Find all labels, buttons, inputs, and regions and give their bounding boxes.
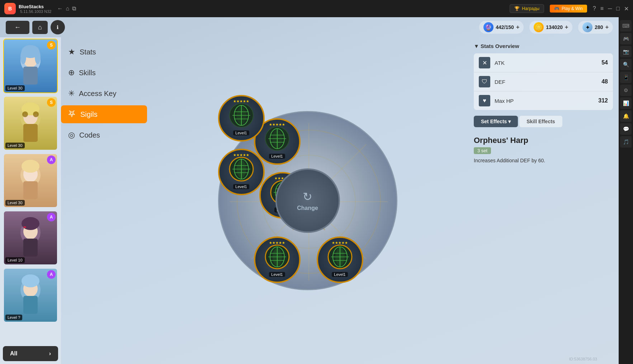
resource-gold: 🪙 134020 + [529, 21, 572, 34]
set-effects-label: Set Effects ▾ [481, 119, 511, 124]
svg-point-5 [35, 50, 41, 64]
sigil-level-2: Level1 [233, 184, 249, 189]
nav-item-access-key[interactable]: ✳ Access Key [61, 85, 147, 102]
wheel-container: ★★★★★ Level1 ★★★★★ [207, 100, 408, 301]
atk-value: 54 [601, 59, 608, 66]
tab-set-effects[interactable]: Set Effects ▾ [474, 116, 518, 127]
menu-icon[interactable]: ≡ [600, 5, 604, 12]
sidebar-tool-8[interactable]: 🔔 [620, 110, 632, 122]
app-version: 5.11.56.1003 N32 [20, 9, 51, 14]
nav-back-icon[interactable]: ← [57, 5, 63, 12]
game-info-button[interactable]: ℹ [51, 20, 65, 34]
stats-header-text: ▼ Stats Overview [474, 43, 519, 49]
stats-row-hp: ♥ Max HP 312 [474, 91, 613, 110]
star-plus[interactable]: + [605, 24, 609, 30]
hp-icon: ♥ [479, 95, 490, 106]
hp-value: 312 [598, 97, 608, 104]
char-card-0[interactable]: Level 30 S [3, 39, 58, 93]
sidebar-tool-9[interactable]: 💬 [620, 123, 632, 135]
sigil-stars-5: ★★★★★ [332, 241, 348, 245]
rewards-button[interactable]: 🏆 Награды [510, 4, 544, 13]
svg-rect-8 [23, 124, 38, 142]
nav-label-sigils: Sigils [80, 110, 98, 119]
sigil-stars-2: ★★★★★ [233, 153, 249, 157]
sigil-slot-4[interactable]: ★★★★★ Level1 [254, 236, 301, 283]
sigil-img-2 [227, 155, 256, 183]
window-nav: ← ⌂ ⧉ [57, 5, 76, 12]
stats-icon: ★ [68, 47, 75, 57]
right-panel: ▼ Stats Overview ✕ ATK 54 🛡 DEF 48 ♥ Max… [468, 37, 619, 364]
all-button[interactable]: All › [3, 346, 58, 361]
sigil-slot-5[interactable]: ★★★★★ Level1 [317, 236, 363, 283]
sidebar-tool-4[interactable]: 🔍 [620, 59, 632, 70]
minimize-icon[interactable]: ─ [608, 5, 612, 12]
nav-label-stats: Stats [80, 48, 96, 56]
nav-camera-icon[interactable]: ⧉ [72, 5, 76, 12]
sidebar-tool-1[interactable]: ⌨ [620, 20, 632, 32]
sigil-slot-1[interactable]: ★★★★★ Level1 [218, 95, 265, 142]
nav-label-skills: Skills [79, 69, 96, 77]
title-bar-right: 🏆 Награды 🎮 Play & Win ? ≡ ─ □ ✕ [510, 4, 629, 13]
char-rank-2: A [47, 155, 56, 164]
change-button[interactable]: ↻ Change [275, 168, 340, 233]
nav-item-codes[interactable]: ◎ Codes [61, 126, 147, 144]
char-card-4[interactable]: Level ? A [3, 268, 58, 322]
tab-skill-effects[interactable]: Skill Effects [519, 116, 562, 127]
game-home-button[interactable]: ⌂ [32, 21, 48, 34]
resource-stamina: 🔮 442/150 + [479, 21, 524, 34]
svg-rect-14 [23, 181, 38, 199]
def-icon: 🛡 [479, 76, 490, 87]
star-icon: ✦ [582, 22, 592, 32]
char-level-2: Level 30 [5, 200, 25, 206]
atk-icon: ✕ [479, 57, 490, 68]
sidebar-tool-6[interactable]: ⚙ [620, 85, 632, 96]
sigil-stars-4: ★★★★★ [269, 241, 285, 245]
stats-overview-header: ▼ Stats Overview [474, 43, 613, 49]
stamina-icon: 🔮 [483, 22, 493, 32]
help-icon[interactable]: ? [593, 5, 596, 12]
gold-icon: 🪙 [534, 22, 544, 32]
change-icon: ↻ [303, 190, 312, 203]
change-label: Change [297, 205, 318, 211]
nav-item-skills[interactable]: ⊕ Skills [61, 64, 147, 82]
char-card-3[interactable]: Level 10 A [3, 211, 58, 265]
sidebar-tool-7[interactable]: 📊 [620, 97, 632, 109]
sigil-level-5: Level1 [332, 272, 348, 277]
sidebar-tool-10[interactable]: 🎵 [620, 136, 632, 148]
all-label: All [10, 350, 17, 357]
char-card-2[interactable]: Level 30 A [3, 153, 58, 208]
skills-icon: ⊕ [68, 68, 75, 77]
sigils-icon: ⛧ [68, 110, 76, 119]
sigil-stars-1: ★★★★★ [233, 99, 249, 103]
svg-point-10 [22, 111, 28, 117]
all-arrow: › [49, 350, 51, 357]
sigil-slot-2[interactable]: ★★★★★ Level1 [218, 149, 265, 195]
close-icon[interactable]: ✕ [624, 5, 629, 12]
nav-item-stats[interactable]: ★ Stats [61, 43, 147, 61]
maximize-icon[interactable]: □ [616, 5, 620, 12]
char-rank-0: S [47, 41, 56, 49]
sidebar-tool-3[interactable]: 📷 [620, 46, 632, 57]
sidebar-tool-5[interactable]: 📱 [620, 72, 632, 83]
resource-bar: 🔮 442/150 + 🪙 134020 + ✦ 280 + [479, 21, 613, 34]
rewards-label: Награды [522, 6, 539, 11]
atk-label: ATK [495, 60, 601, 66]
sigil-level-0: Level1 [269, 154, 285, 159]
char-card-1[interactable]: Level 30 S [3, 96, 58, 150]
window-controls: ? ≡ ─ □ ✕ [593, 5, 629, 12]
gold-value: 134020 [546, 24, 563, 30]
sidebar-tool-2[interactable]: 🎮 [620, 33, 632, 44]
nav-home-icon[interactable]: ⌂ [66, 5, 69, 12]
sigil-stars-0: ★★★★★ [269, 123, 285, 126]
svg-rect-23 [23, 296, 38, 314]
stamina-plus[interactable]: + [516, 24, 519, 30]
game-back-button[interactable]: ← [6, 21, 29, 34]
sigil-level-1: Level1 [233, 130, 249, 135]
svg-point-11 [33, 111, 39, 117]
char-level-0: Level 30 [5, 85, 25, 91]
gold-plus[interactable]: + [565, 24, 568, 30]
svg-point-15 [22, 160, 39, 173]
rewards-icon: 🏆 [514, 6, 520, 11]
nav-item-sigils[interactable]: ⛧ Sigils [61, 105, 147, 123]
playnwin-button[interactable]: 🎮 Play & Win [550, 5, 587, 13]
